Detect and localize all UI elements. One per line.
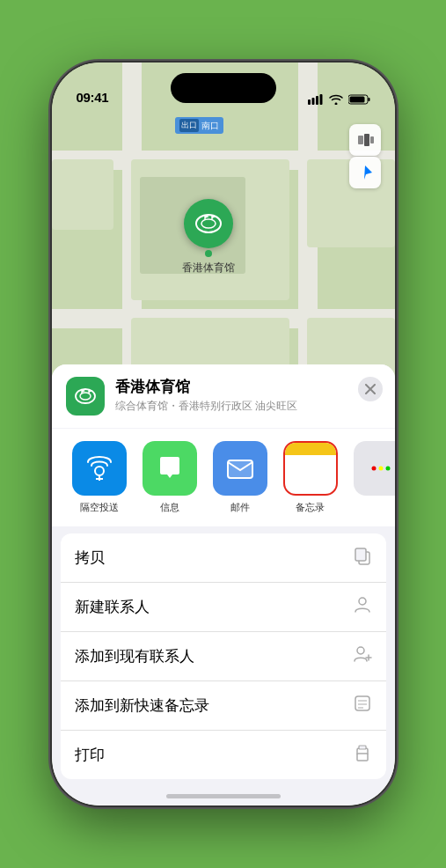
pin-label: 香港体育馆 <box>182 261 235 276</box>
action-list: 拷贝 新建联系人 <box>61 533 386 779</box>
printer-icon-svg <box>353 743 372 762</box>
action-print-label: 打印 <box>75 745 105 765</box>
phone-screen: 09:41 <box>52 63 395 805</box>
location-venue-icon <box>66 377 105 416</box>
svg-point-29 <box>371 467 376 471</box>
location-arrow-icon <box>356 164 374 181</box>
messages-icon <box>153 452 186 485</box>
location-button[interactable] <box>349 157 381 188</box>
share-item-messages[interactable]: 信息 <box>135 441 205 514</box>
action-add-note[interactable]: 添加到新快速备忘录 <box>61 681 386 731</box>
svg-point-35 <box>357 647 364 654</box>
svg-point-30 <box>378 467 383 471</box>
svg-rect-1 <box>311 98 314 105</box>
svg-point-16 <box>76 389 95 403</box>
notes-lines-container <box>305 455 316 494</box>
airdrop-label: 隔空投送 <box>80 501 119 514</box>
home-indicator-container <box>52 779 395 805</box>
share-item-airdrop[interactable]: 隔空投送 <box>64 441 135 514</box>
svg-rect-43 <box>359 746 366 749</box>
person-add-icon <box>353 644 372 668</box>
svg-rect-3 <box>319 94 322 105</box>
share-item-more[interactable] <box>346 441 395 514</box>
share-item-notes[interactable]: 备忘录 <box>275 441 346 514</box>
share-item-mail[interactable]: 邮件 <box>205 441 275 514</box>
airdrop-icon-bg <box>72 441 127 496</box>
share-row: 隔空投送 信息 <box>52 429 395 526</box>
action-print[interactable]: 打印 <box>61 731 386 779</box>
location-header: 香港体育馆 综合体育馆・香港特别行政区 油尖旺区 <box>52 364 395 428</box>
notes-label: 备忘录 <box>296 501 325 514</box>
notes-yellow-bar <box>285 443 336 455</box>
dynamic-island <box>171 73 276 103</box>
person-icon <box>353 595 372 619</box>
svg-rect-8 <box>364 134 369 146</box>
location-subtitle: 综合体育馆・香港特别行政区 油尖旺区 <box>115 399 381 414</box>
copy-icon-svg <box>353 546 372 565</box>
action-add-note-label: 添加到新快速备忘录 <box>75 695 209 716</box>
action-new-contact-label: 新建联系人 <box>75 597 150 617</box>
airdrop-icon <box>83 452 116 485</box>
signal-icon <box>308 94 324 105</box>
location-info: 香港体育馆 综合体育馆・香港特别行政区 油尖旺区 <box>115 379 381 413</box>
status-icons <box>308 94 370 105</box>
messages-label: 信息 <box>160 501 179 514</box>
person-icon-svg <box>353 595 372 614</box>
svg-rect-6 <box>349 97 364 103</box>
more-dots-icon <box>368 455 394 482</box>
action-add-existing-label: 添加到现有联系人 <box>75 646 194 666</box>
stadium-pin: 香港体育馆 <box>182 199 235 276</box>
battery-icon <box>348 94 370 105</box>
svg-point-11 <box>201 219 216 228</box>
action-add-existing[interactable]: 添加到现有联系人 <box>61 632 386 681</box>
mail-label: 邮件 <box>230 501 250 514</box>
phone-frame: 09:41 <box>52 63 395 805</box>
svg-rect-0 <box>308 99 311 105</box>
map-type-button[interactable] <box>349 124 381 156</box>
messages-icon-bg <box>143 441 197 496</box>
svg-rect-42 <box>357 754 368 761</box>
action-new-contact[interactable]: 新建联系人 <box>61 583 386 632</box>
map-controls <box>349 124 381 188</box>
svg-point-10 <box>196 215 221 232</box>
map-south-exit-label: 出口 南口 <box>175 117 223 134</box>
note-icon <box>353 694 372 717</box>
action-copy-label: 拷贝 <box>75 548 105 568</box>
svg-point-17 <box>80 393 91 400</box>
svg-rect-33 <box>355 548 366 561</box>
mail-icon <box>223 452 257 485</box>
person-add-icon-svg <box>353 644 372 664</box>
mail-icon-bg <box>213 441 267 496</box>
location-name: 香港体育馆 <box>115 379 381 396</box>
wifi-icon <box>329 94 343 105</box>
svg-rect-9 <box>370 136 374 143</box>
status-time: 09:41 <box>77 90 109 105</box>
pin-dot <box>205 250 212 257</box>
pin-circle <box>184 199 233 248</box>
note-icon-svg <box>353 694 372 713</box>
map-icon <box>356 131 374 149</box>
svg-point-31 <box>385 467 390 471</box>
home-indicator <box>166 794 281 798</box>
svg-rect-5 <box>368 98 369 101</box>
close-button[interactable] <box>358 377 383 401</box>
bottom-sheet: 香港体育馆 综合体育馆・香港特别行政区 油尖旺区 <box>52 364 395 805</box>
copy-icon <box>353 546 372 570</box>
svg-point-34 <box>359 598 366 605</box>
notes-icon-bg <box>283 441 338 496</box>
close-icon <box>365 384 376 394</box>
more-icon-bg <box>354 441 395 496</box>
svg-point-24 <box>95 467 104 475</box>
svg-rect-2 <box>316 96 318 105</box>
svg-rect-7 <box>358 136 363 144</box>
stadium-icon <box>193 208 224 239</box>
printer-icon <box>353 743 372 767</box>
venue-icon <box>73 384 98 408</box>
action-copy[interactable]: 拷贝 <box>61 533 386 583</box>
